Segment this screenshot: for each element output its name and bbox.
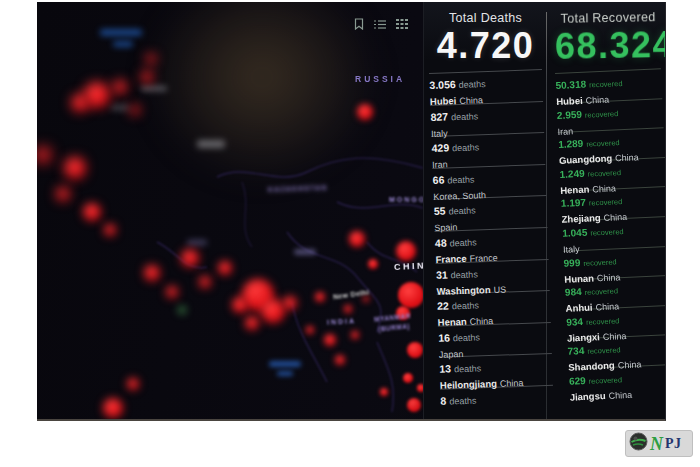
map-label-china: CHINA — [394, 260, 423, 272]
bookmark-icon[interactable] — [354, 18, 364, 30]
count-unit: recovered — [587, 346, 621, 357]
region-count: 2.959 — [557, 109, 583, 121]
outbreak-marker — [199, 276, 211, 288]
page: RUSSIAKAZAKHSTANMONGOLIACHINANew DelhiIN… — [0, 0, 700, 467]
outbreak-marker — [335, 355, 345, 365]
outbreak-marker — [363, 296, 369, 302]
outbreak-marker — [103, 398, 123, 418]
count-unit: deaths — [451, 269, 478, 280]
region-count: 827 — [430, 110, 448, 123]
outbreak-marker — [104, 224, 116, 236]
outbreak-marker — [344, 305, 352, 313]
grid-view-icon[interactable] — [396, 19, 408, 30]
count-unit: deaths — [453, 333, 480, 344]
outbreak-marker — [83, 203, 101, 221]
city-label-blur — [111, 105, 129, 110]
outbreak-marker — [179, 307, 185, 313]
region-count: 1.197 — [561, 198, 587, 210]
map-toolbar — [354, 16, 420, 32]
globe-icon — [629, 432, 648, 455]
sea-label-blur — [113, 41, 133, 47]
count-unit: deaths — [452, 143, 479, 154]
region-count: 429 — [431, 142, 449, 155]
count-unit: recovered — [586, 139, 620, 150]
total-recovered-value: 68.324 — [555, 24, 662, 67]
region-count: 66 — [433, 174, 445, 186]
region-count: 50.318 — [555, 79, 586, 91]
outbreak-marker — [130, 105, 140, 115]
npj-logo: N PJ — [625, 430, 693, 457]
count-unit: deaths — [448, 206, 475, 217]
city-label-blur — [141, 86, 167, 91]
count-unit: deaths — [447, 175, 474, 186]
outbreak-marker — [380, 388, 388, 396]
outbreak-marker — [64, 157, 86, 179]
outbreak-marker — [232, 297, 248, 313]
outbreak-marker — [315, 292, 325, 302]
outbreak-marker — [71, 94, 89, 112]
count-unit: recovered — [589, 198, 623, 209]
outbreak-marker — [113, 80, 127, 94]
count-unit: recovered — [590, 227, 624, 238]
outbreak-marker — [146, 54, 156, 64]
outbreak-marker — [181, 249, 199, 267]
outbreak-marker — [127, 378, 139, 390]
logo-text-n: N — [650, 435, 663, 453]
region-count: 1.045 — [562, 227, 588, 239]
city-label-blur — [187, 240, 207, 245]
outbreak-marker — [144, 265, 160, 281]
world-map[interactable]: RUSSIAKAZAKHSTANMONGOLIACHINANew DelhiIN… — [37, 2, 423, 419]
region-count: 1.289 — [558, 138, 584, 150]
region-count: 999 — [563, 257, 580, 269]
region-count: 1.249 — [559, 168, 585, 180]
count-unit: recovered — [587, 168, 621, 179]
count-unit: recovered — [589, 79, 623, 90]
total-recovered-label: Total Recovered — [555, 2, 661, 26]
count-unit: recovered — [583, 257, 617, 268]
region-name: JiangsuChina — [569, 384, 666, 405]
region-count: 8 — [440, 395, 446, 407]
outbreak-marker — [166, 286, 178, 298]
deaths-list: 3.056deathsHubeiChina827deathsItaly429de… — [429, 69, 554, 419]
deaths-column: Total Deaths 4.720 3.056deathsHubeiChina… — [424, 2, 546, 419]
region-count: 31 — [436, 268, 448, 280]
outbreak-marker — [245, 316, 259, 330]
outbreak-marker — [218, 261, 232, 275]
recovered-list: 50.318recoveredHubeiChina2.959recoveredI… — [555, 69, 666, 399]
outbreak-marker — [306, 326, 314, 334]
region-count: 22 — [437, 300, 449, 312]
region-count: 934 — [566, 316, 583, 328]
outbreak-marker — [357, 104, 373, 120]
deaths-row[interactable]: 66deathsKorea, South — [432, 164, 546, 200]
outbreak-marker — [407, 398, 421, 412]
count-unit: deaths — [452, 301, 479, 312]
outbreak-marker — [351, 331, 359, 339]
outbreak-marker — [403, 373, 413, 383]
outbreak-marker — [56, 187, 70, 201]
count-unit: recovered — [586, 316, 620, 327]
sea-label-blur — [269, 361, 301, 367]
count-unit: recovered — [585, 109, 619, 120]
outbreak-marker — [261, 299, 285, 323]
stats-panel: Total Deaths 4.720 3.056deathsHubeiChina… — [423, 2, 666, 419]
region-count: 48 — [435, 237, 447, 249]
count-unit: recovered — [584, 287, 618, 298]
outbreak-marker — [368, 259, 378, 269]
region-count: 734 — [567, 346, 584, 358]
count-unit: deaths — [451, 111, 478, 122]
total-deaths-value: 4.720 — [429, 25, 542, 66]
region-count: 13 — [439, 363, 451, 375]
outbreak-marker — [398, 282, 423, 308]
list-view-icon[interactable] — [374, 19, 386, 30]
map-label-mongolia: MONGOLIA — [389, 196, 423, 203]
region-count: 16 — [438, 332, 450, 344]
region-count: 55 — [434, 205, 446, 217]
city-label-blur — [197, 140, 225, 148]
dashboard-photo: RUSSIAKAZAKHSTANMONGOLIACHINANew DelhiIN… — [37, 2, 666, 421]
outbreak-marker — [396, 241, 416, 261]
recovered-column: Total Recovered 68.324 50.318recoveredHu… — [547, 2, 665, 419]
map-label-russia: RUSSIA — [355, 74, 405, 84]
deaths-row[interactable]: 3.056deathsHubeiChina — [429, 69, 543, 105]
sea-label-blur — [100, 29, 142, 36]
region-count: 629 — [569, 375, 586, 387]
